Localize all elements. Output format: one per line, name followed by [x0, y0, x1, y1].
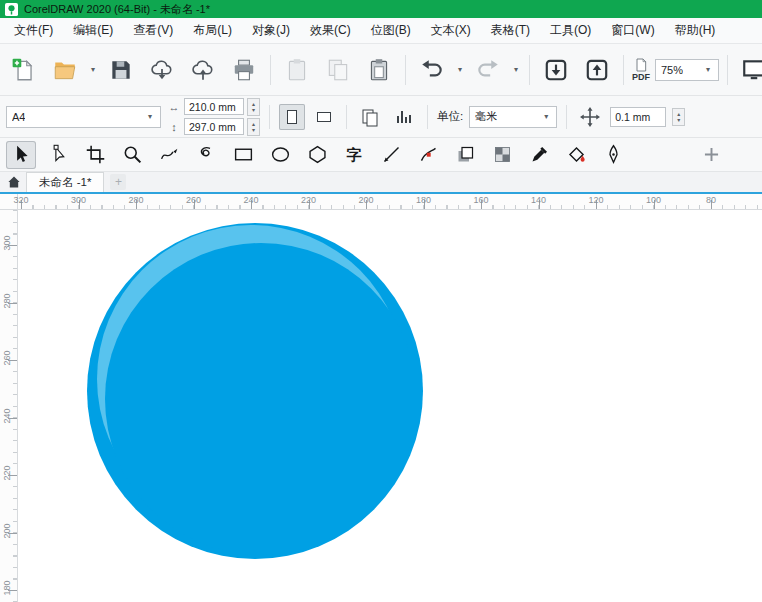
crop-tool[interactable] — [80, 141, 110, 169]
redo-dropdown-caret[interactable]: ▾ — [511, 65, 521, 74]
menu-item[interactable]: 位图(B) — [361, 18, 421, 43]
units-combobox[interactable]: 毫米 ▾ — [469, 106, 557, 128]
page-width-spinner[interactable]: ▴▾ — [247, 98, 260, 116]
open-dropdown-caret[interactable]: ▾ — [88, 65, 98, 74]
menu-item[interactable]: 查看(V) — [123, 18, 183, 43]
nudge-distance-value: 0.1 mm — [615, 111, 650, 123]
nudge-arrows-icon — [580, 107, 600, 127]
menu-item[interactable]: 表格(T) — [481, 18, 540, 43]
shape-tool[interactable] — [43, 141, 73, 169]
polygon-icon — [307, 144, 328, 165]
transparency-tool[interactable] — [487, 141, 517, 169]
export-button[interactable] — [579, 51, 615, 89]
text-tool[interactable]: 字 — [339, 141, 369, 169]
menu-item[interactable]: 文件(F) — [4, 18, 63, 43]
v-ruler-label: 200 — [2, 519, 12, 543]
redo-icon — [475, 57, 501, 83]
freehand-tool[interactable] — [154, 141, 184, 169]
menu-item[interactable]: 帮助(H) — [665, 18, 726, 43]
rectangle-tool[interactable] — [228, 141, 258, 169]
current-page-layout-button[interactable] — [390, 103, 418, 131]
new-document-tab-button[interactable]: + — [110, 174, 126, 190]
line-tool[interactable] — [376, 141, 406, 169]
fill-bucket-icon — [566, 144, 587, 165]
all-pages-layout-button[interactable] — [356, 103, 384, 131]
page-height-value: 297.0 mm — [189, 121, 236, 133]
portrait-orientation-button[interactable] — [279, 104, 305, 130]
page-height-field[interactable]: 297.0 mm — [184, 118, 244, 135]
nudge-spinner[interactable]: ▴▾ — [672, 108, 685, 126]
menu-item[interactable]: 文本(X) — [421, 18, 481, 43]
h-ruler-label: 100 — [646, 195, 661, 205]
cut-button-disabled[interactable] — [279, 51, 315, 89]
menu-item[interactable]: 窗口(W) — [601, 18, 664, 43]
drawing-canvas[interactable] — [18, 210, 762, 602]
menu-item[interactable]: 编辑(E) — [63, 18, 123, 43]
printer-icon — [231, 57, 257, 83]
nudge-distance-field[interactable]: 0.1 mm — [610, 107, 666, 127]
page-width-icon: ↔ — [167, 101, 181, 113]
pick-tool[interactable] — [6, 141, 36, 169]
ellipse-tool[interactable] — [265, 141, 295, 169]
freehand-curve-icon — [159, 144, 180, 165]
vertical-ruler[interactable]: 300280260240220200180 — [0, 210, 18, 602]
tab-bar: 未命名 -1* + — [0, 172, 762, 194]
property-bar: A4 ▾ ↔ 210.0 mm ▴▾ ↕ 297.0 mm ▴▾ — [0, 96, 762, 138]
more-tools-button[interactable] — [696, 141, 726, 169]
page-width-field[interactable]: 210.0 mm — [184, 98, 244, 115]
straight-line-icon — [381, 144, 402, 165]
export-icon — [584, 57, 610, 83]
artistic-media-tool[interactable] — [191, 141, 221, 169]
undo-dropdown-caret[interactable]: ▾ — [455, 65, 465, 74]
save-button[interactable] — [103, 51, 139, 89]
welcome-screen-button[interactable] — [4, 172, 24, 192]
h-ruler-label: 160 — [473, 195, 488, 205]
v-ruler-label: 280 — [2, 289, 12, 313]
page-bars-icon — [394, 107, 414, 127]
fullscreen-preview-button[interactable] — [736, 51, 762, 89]
fullscreen-icon — [741, 57, 762, 83]
menu-item[interactable]: 布局(L) — [183, 18, 242, 43]
v-ruler-label: 220 — [2, 461, 12, 485]
units-caret: ▾ — [541, 112, 551, 121]
copy-button-disabled[interactable] — [320, 51, 356, 89]
undo-button[interactable] — [414, 51, 450, 89]
propbar-separator — [269, 105, 270, 129]
outline-pen-tool[interactable] — [598, 141, 628, 169]
window-title: CorelDRAW 2020 (64-Bit) - 未命名 -1* — [24, 2, 210, 17]
zoom-level-combobox[interactable]: 75% ▾ — [655, 59, 719, 81]
landscape-page-icon — [317, 112, 331, 122]
open-document-button[interactable] — [47, 51, 83, 89]
pen-nib-icon — [603, 144, 624, 165]
portrait-page-icon — [287, 110, 297, 124]
menu-item[interactable]: 工具(O) — [540, 18, 601, 43]
menu-item[interactable]: 效果(C) — [300, 18, 361, 43]
open-from-cloud-button[interactable] — [144, 51, 180, 89]
page-height-spinner[interactable]: ▴▾ — [247, 118, 260, 136]
zoom-tool[interactable] — [117, 141, 147, 169]
eyedropper-tool[interactable] — [524, 141, 554, 169]
workspace: 300280260240220200180 — [0, 210, 762, 602]
document-tab-active[interactable]: 未命名 -1* — [26, 172, 104, 192]
redo-button-disabled[interactable] — [470, 51, 506, 89]
pick-arrow-icon — [11, 144, 32, 165]
horizontal-ruler[interactable]: 32030028026024022020018016014012010080 — [0, 194, 762, 210]
new-document-button[interactable] — [6, 51, 42, 89]
menu-item[interactable]: 对象(J) — [242, 18, 300, 43]
text-tool-glyph: 字 — [347, 147, 362, 162]
drop-shadow-tool[interactable] — [450, 141, 480, 169]
bezier-tool[interactable] — [413, 141, 443, 169]
polygon-tool[interactable] — [302, 141, 332, 169]
v-ruler-label: 260 — [2, 346, 12, 370]
save-to-cloud-button[interactable] — [185, 51, 221, 89]
page-size-combobox[interactable]: A4 ▾ — [6, 106, 161, 128]
print-button[interactable] — [226, 51, 262, 89]
h-ruler-label: 260 — [186, 195, 201, 205]
paste-button[interactable] — [361, 51, 397, 89]
document-tab-label: 未命名 -1* — [39, 175, 91, 190]
copy-pages-icon — [325, 57, 351, 83]
interactive-fill-tool[interactable] — [561, 141, 591, 169]
publish-to-pdf-button[interactable]: PDF — [632, 51, 650, 89]
landscape-orientation-button[interactable] — [311, 104, 337, 130]
import-button[interactable] — [538, 51, 574, 89]
